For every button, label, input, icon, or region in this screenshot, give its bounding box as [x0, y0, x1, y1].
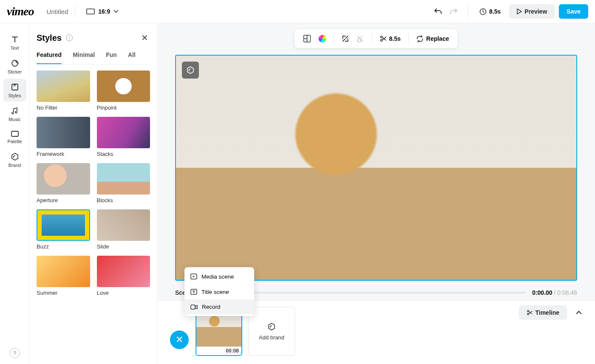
chevron-down-icon: [113, 10, 119, 13]
info-icon[interactable]: i: [66, 34, 73, 41]
tab-minimal[interactable]: Minimal: [73, 51, 95, 64]
separator: [408, 34, 409, 44]
style-label: Pinpoint: [97, 104, 150, 111]
aspect-ratio-dropdown[interactable]: 16:9: [82, 6, 123, 17]
chevron-up-icon: [576, 310, 582, 315]
styles-icon: +: [11, 83, 19, 91]
layout-icon: [303, 35, 311, 42]
layout-button[interactable]: [300, 32, 314, 45]
redo-button[interactable]: [446, 4, 461, 19]
canvas-frame[interactable]: [175, 55, 577, 281]
add-scene-menu: Media scene Title scene Record: [184, 267, 254, 316]
style-label: Framework: [37, 151, 90, 157]
style-thumb: [97, 117, 150, 148]
rail-text-label: Text: [10, 45, 19, 51]
rail-brand-label: Brand: [8, 163, 21, 168]
color-wheel-icon: [319, 35, 326, 42]
rail-brand[interactable]: Brand: [3, 148, 26, 171]
scissors-icon: [380, 35, 387, 42]
style-thumb: [37, 256, 90, 287]
fullscreen-button[interactable]: [339, 32, 352, 45]
style-love[interactable]: Love: [97, 256, 150, 296]
undo-button[interactable]: [431, 4, 446, 19]
aspect-icon: [86, 8, 95, 14]
brand-icon: [11, 152, 19, 161]
rail-music-label: Music: [8, 117, 21, 122]
svg-point-9: [527, 313, 529, 315]
style-framework[interactable]: Framework: [37, 117, 90, 157]
preview-button[interactable]: Preview: [509, 4, 555, 19]
tab-fun[interactable]: Fun: [106, 51, 117, 64]
save-button[interactable]: Save: [559, 4, 588, 19]
highlight-icon: [357, 35, 364, 42]
style-label: Slide: [97, 243, 150, 250]
menu-record-label: Record: [202, 304, 221, 310]
bottombar: Timeline Media scene Title scene Record: [157, 300, 595, 364]
svg-point-7: [380, 40, 382, 41]
replace-label: Replace: [426, 35, 449, 42]
svg-rect-0: [87, 9, 94, 14]
svg-rect-4: [11, 131, 18, 136]
duration-text: 8.5s: [489, 8, 501, 15]
menu-record[interactable]: Record: [184, 299, 254, 314]
style-label: Buzz: [37, 243, 90, 250]
style-thumb: [97, 163, 150, 195]
style-nofilter[interactable]: No Filter: [37, 71, 90, 111]
menu-media-scene[interactable]: Media scene: [184, 269, 254, 284]
separator: [372, 34, 372, 44]
style-thumb: [37, 163, 90, 195]
music-icon: [11, 107, 19, 115]
style-pinpoint[interactable]: Pinpoint: [97, 71, 150, 111]
vimeo-logo[interactable]: vimeo: [7, 5, 34, 18]
style-slide[interactable]: Slide: [97, 209, 150, 250]
help-button[interactable]: ?: [10, 348, 20, 358]
time-total: / 0:08.46: [554, 289, 578, 296]
style-thumb: [97, 256, 150, 287]
project-title-input[interactable]: Untitled: [46, 8, 68, 15]
svg-point-8: [527, 310, 529, 312]
rail-text[interactable]: Text: [3, 31, 26, 54]
style-label: No Filter: [37, 104, 90, 111]
time-current: 0:00.00: [532, 289, 552, 296]
close-add-menu-button[interactable]: ✕: [170, 330, 189, 349]
rail-palette[interactable]: Palette: [3, 126, 26, 147]
rail-sticker[interactable]: Sticker: [3, 55, 26, 78]
color-button[interactable]: [315, 32, 330, 45]
trim-button[interactable]: 8.5s: [377, 32, 404, 45]
style-label: Aperture: [37, 197, 90, 203]
clock-icon: [479, 8, 487, 15]
divider: [468, 6, 468, 17]
rail-palette-label: Palette: [7, 139, 22, 144]
style-thumb: [97, 209, 150, 241]
brand-icon: [186, 66, 195, 74]
replace-button[interactable]: Replace: [413, 32, 453, 45]
style-label: Blocks: [97, 197, 150, 203]
timeline-button[interactable]: Timeline: [519, 305, 567, 320]
svg-text:+: +: [14, 83, 16, 87]
rail-sticker-label: Sticker: [8, 69, 22, 74]
style-thumb: [37, 209, 90, 241]
add-brand-card[interactable]: Add brand: [248, 307, 295, 356]
tab-featured[interactable]: Featured: [37, 51, 62, 64]
svg-rect-12: [191, 305, 195, 309]
brand-overlay-badge[interactable]: [182, 62, 199, 79]
style-summer[interactable]: Summer: [37, 256, 90, 296]
preview-label: Preview: [524, 8, 547, 15]
style-blocks[interactable]: Blocks: [97, 163, 150, 203]
close-panel-button[interactable]: ✕: [139, 31, 150, 45]
highlight-button[interactable]: [353, 32, 368, 45]
menu-title-scene[interactable]: Title scene: [184, 284, 254, 299]
canvas-toolbar: 8.5s Replace: [295, 29, 458, 48]
record-icon: [190, 304, 198, 310]
style-buzz[interactable]: Buzz: [37, 209, 90, 250]
rail-music[interactable]: Music: [3, 102, 26, 125]
tab-all[interactable]: All: [128, 51, 136, 64]
collapse-bottombar-button[interactable]: [571, 305, 586, 320]
title-scene-icon: [190, 288, 197, 295]
style-aperture[interactable]: Aperture: [37, 163, 90, 203]
panel-title: Styles: [37, 33, 62, 43]
style-label: Stacks: [97, 151, 150, 157]
rail-styles[interactable]: + Styles: [3, 79, 26, 102]
style-stacks[interactable]: Stacks: [97, 117, 150, 157]
style-thumb: [97, 71, 150, 102]
